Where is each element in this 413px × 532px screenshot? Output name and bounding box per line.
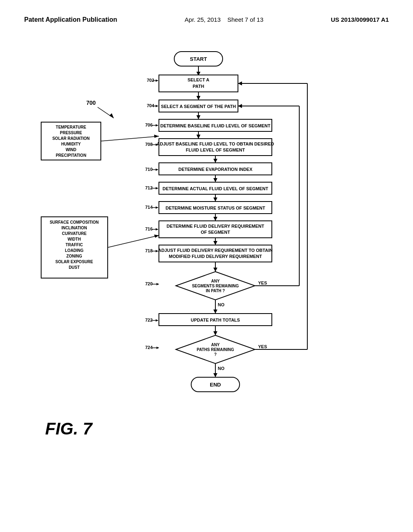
svg-text:WIDTH: WIDTH (68, 237, 81, 241)
svg-text:PRECIPITATION: PRECIPITATION (56, 153, 86, 158)
svg-text:SURFACE COMPOSITION: SURFACE COMPOSITION (50, 220, 99, 224)
svg-text:DUST: DUST (69, 265, 79, 270)
svg-text:700: 700 (86, 100, 96, 106)
svg-marker-91 (213, 268, 217, 272)
svg-marker-116 (156, 347, 159, 349)
svg-marker-11 (196, 96, 200, 100)
svg-text:PATH: PATH (193, 84, 204, 89)
svg-text:704: 704 (147, 103, 154, 108)
svg-text:WIND: WIND (66, 148, 77, 152)
svg-text:INCLINATION: INCLINATION (61, 226, 87, 230)
svg-marker-125 (238, 81, 242, 85)
svg-text:DETERMINE BASELINE FLUID LEVEL: DETERMINE BASELINE FLUID LEVEL OF SEGMEN… (161, 123, 271, 128)
header-center: Apr. 25, 2013 Sheet 7 of 13 (185, 16, 263, 23)
svg-text:LOADING: LOADING (65, 248, 83, 253)
svg-text:720: 720 (145, 281, 152, 286)
svg-text:706: 706 (145, 123, 152, 127)
svg-marker-113 (213, 331, 217, 335)
svg-text:PRESSURE: PRESSURE (60, 131, 82, 135)
svg-text:718: 718 (145, 248, 152, 253)
svg-marker-59 (156, 206, 158, 209)
svg-text:MODIFIED FLUID DELIVERY REQUIR: MODIFIED FLUID DELIVERY REQUIREMENT (169, 254, 262, 259)
svg-text:YES: YES (258, 281, 267, 285)
svg-marker-42 (213, 159, 217, 163)
svg-text:YES: YES (258, 344, 267, 349)
svg-marker-18 (196, 115, 200, 119)
svg-text:710: 710 (145, 167, 152, 172)
svg-text:ANY: ANY (211, 279, 219, 283)
svg-text:END: END (210, 382, 221, 388)
svg-text:?: ? (214, 352, 217, 357)
svg-text:DETERMINE MOISTURE STATUS OF S: DETERMINE MOISTURE STATUS OF SEGMENT (165, 206, 265, 210)
publication-date: Apr. 25, 2013 (185, 16, 221, 23)
svg-text:TEMPERATURE: TEMPERATURE (56, 125, 86, 129)
svg-text:SELECT A SEGMENT OF THE PATH: SELECT A SEGMENT OF THE PATH (161, 104, 236, 109)
svg-text:FIG. 7: FIG. 7 (45, 419, 93, 438)
svg-text:HUMIDITY: HUMIDITY (61, 142, 81, 146)
svg-marker-75 (154, 235, 159, 238)
diagram-area: START 702 SELECT A PATH 704 SELECT A SEG… (24, 48, 389, 483)
svg-text:708: 708 (145, 142, 152, 147)
svg-marker-14 (156, 105, 158, 107)
svg-text:NO: NO (218, 302, 225, 307)
svg-marker-83 (213, 241, 217, 245)
flowchart-svg: START 702 SELECT A PATH 704 SELECT A SEG… (24, 48, 389, 483)
svg-text:CURVATURE: CURVATURE (62, 231, 86, 236)
svg-marker-78 (156, 228, 158, 231)
page-header: Patent Application Publication Apr. 25, … (24, 16, 389, 23)
page: Patent Application Publication Apr. 25, … (0, 0, 413, 532)
svg-line-31 (101, 136, 159, 141)
svg-text:SELECT A: SELECT A (188, 77, 209, 82)
svg-text:714: 714 (145, 205, 153, 210)
svg-marker-45 (156, 168, 158, 171)
svg-text:SOLAR RADIATION: SOLAR RADIATION (52, 136, 90, 141)
svg-text:DETERMINE FLUID DELIVERY REQUI: DETERMINE FLUID DELIVERY REQUIREMENT (167, 224, 264, 229)
svg-marker-86 (156, 250, 158, 252)
svg-text:NO: NO (218, 366, 225, 371)
svg-text:722: 722 (145, 318, 152, 322)
publication-title: Patent Application Publication (24, 16, 117, 23)
svg-text:IN PATH ?: IN PATH ? (206, 289, 225, 293)
svg-marker-63 (213, 217, 217, 221)
svg-marker-128 (213, 373, 217, 377)
svg-line-74 (108, 235, 159, 247)
svg-text:712: 712 (145, 185, 152, 190)
svg-marker-34 (196, 135, 200, 139)
svg-text:ADJUST FLUID DELIVERY REQUIREM: ADJUST FLUID DELIVERY REQUIREMENT TO OBT… (158, 248, 273, 253)
svg-text:UPDATE PATH TOTALS: UPDATE PATH TOTALS (191, 318, 240, 322)
svg-text:DETERMINE EVAPORATION INDEX: DETERMINE EVAPORATION INDEX (178, 167, 252, 172)
svg-marker-6 (156, 79, 158, 82)
svg-text:ZONING: ZONING (67, 254, 82, 258)
svg-text:OF SEGMENT: OF SEGMENT (201, 230, 230, 235)
svg-marker-133 (109, 113, 114, 118)
svg-marker-106 (213, 310, 217, 314)
svg-text:DETERMINE ACTUAL FLUID LEVEL O: DETERMINE ACTUAL FLUID LEVEL OF SEGMENT (163, 186, 268, 191)
svg-text:TRAFFIC: TRAFFIC (66, 243, 83, 247)
svg-marker-21 (156, 124, 158, 127)
svg-text:ADJUST BASELINE FLUID LEVEL TO: ADJUST BASELINE FLUID LEVEL TO OBTAIN DE… (157, 141, 274, 146)
svg-text:START: START (190, 56, 207, 62)
svg-text:PATHS REMAINING: PATHS REMAINING (197, 347, 234, 352)
svg-marker-49 (213, 178, 217, 182)
svg-text:724: 724 (145, 345, 153, 350)
svg-marker-94 (156, 283, 159, 285)
svg-marker-109 (156, 319, 158, 322)
svg-marker-52 (156, 187, 158, 189)
svg-text:ANY: ANY (211, 343, 219, 347)
svg-text:716: 716 (145, 227, 152, 231)
svg-marker-103 (238, 104, 242, 108)
svg-text:SEGMENTS REMAINING: SEGMENTS REMAINING (192, 284, 239, 288)
svg-text:SOLAR EXPOSURE: SOLAR EXPOSURE (55, 260, 93, 264)
patent-number: US 2013/0099017 A1 (331, 16, 389, 23)
svg-text:FLUID LEVEL OF SEGMENT: FLUID LEVEL OF SEGMENT (186, 148, 245, 152)
svg-marker-56 (213, 197, 217, 202)
svg-text:702: 702 (147, 78, 154, 83)
svg-marker-32 (154, 135, 159, 138)
sheet-info: Sheet 7 of 13 (227, 16, 263, 23)
